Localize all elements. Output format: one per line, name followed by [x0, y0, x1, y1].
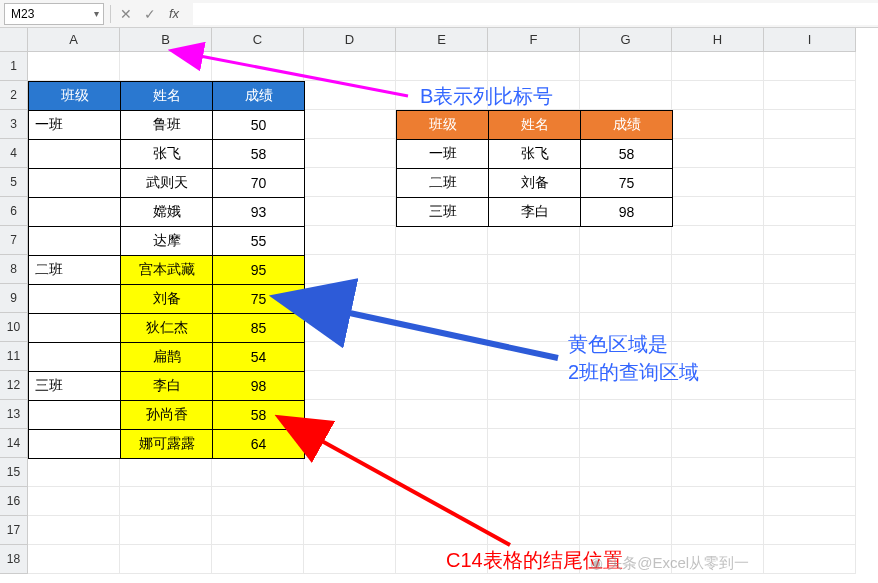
column-header[interactable]: A [28, 28, 120, 52]
cell[interactable] [120, 545, 212, 574]
cell[interactable] [580, 52, 672, 81]
t1-cell-class[interactable] [29, 343, 121, 372]
cell[interactable] [304, 516, 396, 545]
t1-cell-class[interactable]: 二班 [29, 256, 121, 285]
cell[interactable] [764, 255, 856, 284]
cell[interactable] [304, 371, 396, 400]
t2-cell-class[interactable]: 一班 [397, 140, 489, 169]
cell[interactable] [580, 226, 672, 255]
cell[interactable] [764, 110, 856, 139]
cell[interactable] [28, 545, 120, 574]
cell[interactable] [764, 400, 856, 429]
t1-cell-score[interactable]: 70 [213, 169, 305, 198]
t1-cell-class[interactable] [29, 169, 121, 198]
cell[interactable] [764, 139, 856, 168]
cell[interactable] [580, 284, 672, 313]
t1-cell-score[interactable]: 58 [213, 140, 305, 169]
cell[interactable] [304, 487, 396, 516]
column-header[interactable]: B [120, 28, 212, 52]
cell[interactable] [304, 458, 396, 487]
cell[interactable] [396, 226, 488, 255]
cell[interactable] [764, 313, 856, 342]
t1-cell-name[interactable]: 嫦娥 [121, 198, 213, 227]
cell[interactable] [304, 168, 396, 197]
t1-cell-score[interactable]: 50 [213, 111, 305, 140]
cell[interactable] [672, 284, 764, 313]
cell[interactable] [396, 371, 488, 400]
t1-cell-class[interactable] [29, 227, 121, 256]
cell[interactable] [672, 400, 764, 429]
cell[interactable] [396, 487, 488, 516]
t1-cell-class[interactable] [29, 401, 121, 430]
row-header[interactable]: 6 [0, 197, 28, 226]
cell[interactable] [120, 516, 212, 545]
cell[interactable] [212, 458, 304, 487]
t1-cell-class[interactable] [29, 198, 121, 227]
t1-cell-score[interactable]: 55 [213, 227, 305, 256]
row-header[interactable]: 12 [0, 371, 28, 400]
t1-cell-score[interactable]: 64 [213, 430, 305, 459]
row-header[interactable]: 7 [0, 226, 28, 255]
row-header[interactable]: 17 [0, 516, 28, 545]
cell[interactable] [672, 81, 764, 110]
cell[interactable] [672, 139, 764, 168]
cell[interactable] [764, 516, 856, 545]
cell[interactable] [580, 255, 672, 284]
cell[interactable] [396, 284, 488, 313]
cell[interactable] [764, 52, 856, 81]
cell[interactable] [488, 284, 580, 313]
cell[interactable] [396, 400, 488, 429]
cell[interactable] [672, 168, 764, 197]
row-header[interactable]: 14 [0, 429, 28, 458]
t2-cell-class[interactable]: 三班 [397, 198, 489, 227]
cell[interactable] [764, 342, 856, 371]
t1-cell-name[interactable]: 武则天 [121, 169, 213, 198]
fx-icon[interactable]: fx [165, 6, 183, 21]
cell[interactable] [580, 429, 672, 458]
cell[interactable] [580, 81, 672, 110]
t2-cell-name[interactable]: 李白 [489, 198, 581, 227]
column-header[interactable]: H [672, 28, 764, 52]
row-header[interactable]: 1 [0, 52, 28, 81]
t1-cell-name[interactable]: 狄仁杰 [121, 314, 213, 343]
cell[interactable] [580, 400, 672, 429]
cell[interactable] [764, 429, 856, 458]
t1-cell-name[interactable]: 扁鹊 [121, 343, 213, 372]
cell[interactable] [304, 226, 396, 255]
cell[interactable] [764, 545, 856, 574]
t1-cell-class[interactable] [29, 430, 121, 459]
row-header[interactable]: 9 [0, 284, 28, 313]
cell[interactable] [488, 255, 580, 284]
t1-cell-score[interactable]: 75 [213, 285, 305, 314]
t1-cell-name[interactable]: 达摩 [121, 227, 213, 256]
cell[interactable] [212, 52, 304, 81]
t2-cell-score[interactable]: 75 [581, 169, 673, 198]
t1-cell-score[interactable]: 54 [213, 343, 305, 372]
cell[interactable] [672, 110, 764, 139]
cell[interactable] [764, 226, 856, 255]
cell[interactable] [672, 52, 764, 81]
row-header[interactable]: 3 [0, 110, 28, 139]
t1-cell-class[interactable] [29, 285, 121, 314]
accept-icon[interactable]: ✓ [141, 6, 159, 22]
cell[interactable] [488, 458, 580, 487]
cell[interactable] [672, 197, 764, 226]
row-header[interactable]: 2 [0, 81, 28, 110]
t1-cell-name[interactable]: 李白 [121, 372, 213, 401]
cell[interactable] [304, 400, 396, 429]
cell[interactable] [304, 545, 396, 574]
t1-cell-class[interactable] [29, 140, 121, 169]
cell[interactable] [672, 255, 764, 284]
t1-cell-score[interactable]: 95 [213, 256, 305, 285]
column-header[interactable]: D [304, 28, 396, 52]
cell[interactable] [488, 342, 580, 371]
row-header[interactable]: 16 [0, 487, 28, 516]
cell[interactable] [764, 371, 856, 400]
t2-cell-score[interactable]: 98 [581, 198, 673, 227]
t1-cell-class[interactable]: 三班 [29, 372, 121, 401]
t1-cell-score[interactable]: 85 [213, 314, 305, 343]
cell[interactable] [580, 516, 672, 545]
cell[interactable] [304, 313, 396, 342]
cell[interactable] [212, 487, 304, 516]
cell[interactable] [764, 284, 856, 313]
